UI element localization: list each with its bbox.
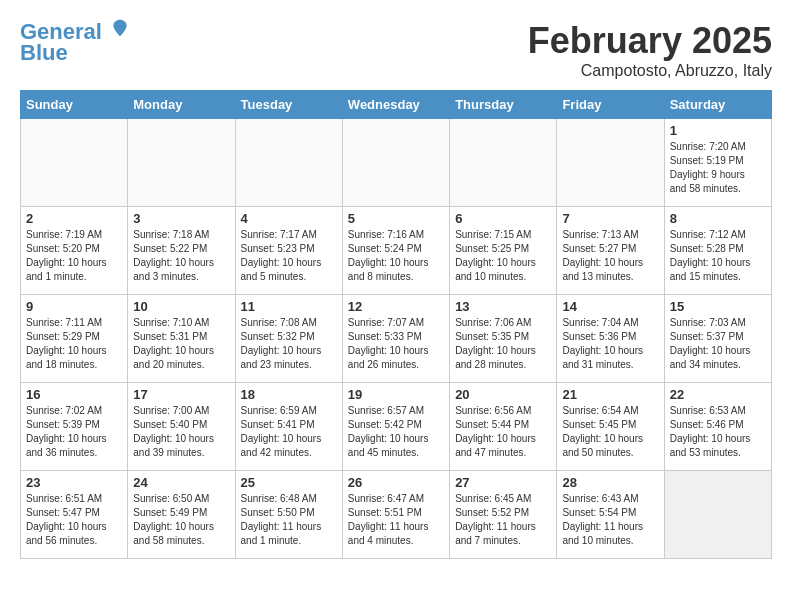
- day-info: Sunrise: 7:15 AM Sunset: 5:25 PM Dayligh…: [455, 228, 551, 284]
- calendar-cell: [235, 119, 342, 207]
- day-info: Sunrise: 6:53 AM Sunset: 5:46 PM Dayligh…: [670, 404, 766, 460]
- day-number: 14: [562, 299, 658, 314]
- calendar-cell: 10Sunrise: 7:10 AM Sunset: 5:31 PM Dayli…: [128, 295, 235, 383]
- column-header-tuesday: Tuesday: [235, 91, 342, 119]
- day-number: 4: [241, 211, 337, 226]
- calendar-cell: 2Sunrise: 7:19 AM Sunset: 5:20 PM Daylig…: [21, 207, 128, 295]
- week-row-4: 23Sunrise: 6:51 AM Sunset: 5:47 PM Dayli…: [21, 471, 772, 559]
- calendar-cell: 16Sunrise: 7:02 AM Sunset: 5:39 PM Dayli…: [21, 383, 128, 471]
- calendar-table: SundayMondayTuesdayWednesdayThursdayFrid…: [20, 90, 772, 559]
- day-number: 19: [348, 387, 444, 402]
- column-header-monday: Monday: [128, 91, 235, 119]
- day-info: Sunrise: 7:04 AM Sunset: 5:36 PM Dayligh…: [562, 316, 658, 372]
- day-number: 24: [133, 475, 229, 490]
- column-header-friday: Friday: [557, 91, 664, 119]
- day-number: 18: [241, 387, 337, 402]
- day-info: Sunrise: 6:47 AM Sunset: 5:51 PM Dayligh…: [348, 492, 444, 548]
- calendar-cell: 14Sunrise: 7:04 AM Sunset: 5:36 PM Dayli…: [557, 295, 664, 383]
- week-row-3: 16Sunrise: 7:02 AM Sunset: 5:39 PM Dayli…: [21, 383, 772, 471]
- calendar-cell: 26Sunrise: 6:47 AM Sunset: 5:51 PM Dayli…: [342, 471, 449, 559]
- day-number: 6: [455, 211, 551, 226]
- day-info: Sunrise: 7:13 AM Sunset: 5:27 PM Dayligh…: [562, 228, 658, 284]
- calendar-cell: 8Sunrise: 7:12 AM Sunset: 5:28 PM Daylig…: [664, 207, 771, 295]
- page-header: General Blue February 2025 Campotosto, A…: [20, 20, 772, 80]
- day-number: 25: [241, 475, 337, 490]
- day-info: Sunrise: 7:07 AM Sunset: 5:33 PM Dayligh…: [348, 316, 444, 372]
- day-number: 5: [348, 211, 444, 226]
- day-number: 28: [562, 475, 658, 490]
- calendar-cell: 21Sunrise: 6:54 AM Sunset: 5:45 PM Dayli…: [557, 383, 664, 471]
- calendar-cell: 11Sunrise: 7:08 AM Sunset: 5:32 PM Dayli…: [235, 295, 342, 383]
- calendar-cell: [557, 119, 664, 207]
- day-number: 26: [348, 475, 444, 490]
- day-info: Sunrise: 6:54 AM Sunset: 5:45 PM Dayligh…: [562, 404, 658, 460]
- calendar-cell: 1Sunrise: 7:20 AM Sunset: 5:19 PM Daylig…: [664, 119, 771, 207]
- calendar-cell: 15Sunrise: 7:03 AM Sunset: 5:37 PM Dayli…: [664, 295, 771, 383]
- day-info: Sunrise: 7:00 AM Sunset: 5:40 PM Dayligh…: [133, 404, 229, 460]
- week-row-1: 2Sunrise: 7:19 AM Sunset: 5:20 PM Daylig…: [21, 207, 772, 295]
- day-number: 7: [562, 211, 658, 226]
- column-header-saturday: Saturday: [664, 91, 771, 119]
- day-number: 16: [26, 387, 122, 402]
- day-number: 12: [348, 299, 444, 314]
- day-info: Sunrise: 7:08 AM Sunset: 5:32 PM Dayligh…: [241, 316, 337, 372]
- day-info: Sunrise: 7:16 AM Sunset: 5:24 PM Dayligh…: [348, 228, 444, 284]
- calendar-cell: 23Sunrise: 6:51 AM Sunset: 5:47 PM Dayli…: [21, 471, 128, 559]
- calendar-cell: 22Sunrise: 6:53 AM Sunset: 5:46 PM Dayli…: [664, 383, 771, 471]
- day-info: Sunrise: 6:59 AM Sunset: 5:41 PM Dayligh…: [241, 404, 337, 460]
- day-number: 27: [455, 475, 551, 490]
- day-info: Sunrise: 7:19 AM Sunset: 5:20 PM Dayligh…: [26, 228, 122, 284]
- month-title: February 2025: [528, 20, 772, 62]
- day-number: 11: [241, 299, 337, 314]
- column-header-sunday: Sunday: [21, 91, 128, 119]
- calendar-cell: 27Sunrise: 6:45 AM Sunset: 5:52 PM Dayli…: [450, 471, 557, 559]
- calendar-cell: 12Sunrise: 7:07 AM Sunset: 5:33 PM Dayli…: [342, 295, 449, 383]
- calendar-cell: 19Sunrise: 6:57 AM Sunset: 5:42 PM Dayli…: [342, 383, 449, 471]
- day-info: Sunrise: 7:10 AM Sunset: 5:31 PM Dayligh…: [133, 316, 229, 372]
- day-number: 21: [562, 387, 658, 402]
- calendar-cell: 24Sunrise: 6:50 AM Sunset: 5:49 PM Dayli…: [128, 471, 235, 559]
- calendar-cell: [450, 119, 557, 207]
- calendar-cell: 28Sunrise: 6:43 AM Sunset: 5:54 PM Dayli…: [557, 471, 664, 559]
- day-number: 3: [133, 211, 229, 226]
- location: Campotosto, Abruzzo, Italy: [528, 62, 772, 80]
- calendar-cell: 13Sunrise: 7:06 AM Sunset: 5:35 PM Dayli…: [450, 295, 557, 383]
- calendar-cell: 17Sunrise: 7:00 AM Sunset: 5:40 PM Dayli…: [128, 383, 235, 471]
- week-row-2: 9Sunrise: 7:11 AM Sunset: 5:29 PM Daylig…: [21, 295, 772, 383]
- day-info: Sunrise: 7:06 AM Sunset: 5:35 PM Dayligh…: [455, 316, 551, 372]
- day-number: 1: [670, 123, 766, 138]
- day-number: 22: [670, 387, 766, 402]
- column-header-wednesday: Wednesday: [342, 91, 449, 119]
- header-row: SundayMondayTuesdayWednesdayThursdayFrid…: [21, 91, 772, 119]
- day-number: 17: [133, 387, 229, 402]
- calendar-cell: 4Sunrise: 7:17 AM Sunset: 5:23 PM Daylig…: [235, 207, 342, 295]
- calendar-cell: [128, 119, 235, 207]
- calendar-cell: [342, 119, 449, 207]
- week-row-0: 1Sunrise: 7:20 AM Sunset: 5:19 PM Daylig…: [21, 119, 772, 207]
- calendar-cell: 5Sunrise: 7:16 AM Sunset: 5:24 PM Daylig…: [342, 207, 449, 295]
- day-info: Sunrise: 6:48 AM Sunset: 5:50 PM Dayligh…: [241, 492, 337, 548]
- day-number: 10: [133, 299, 229, 314]
- day-number: 20: [455, 387, 551, 402]
- day-number: 13: [455, 299, 551, 314]
- day-info: Sunrise: 7:12 AM Sunset: 5:28 PM Dayligh…: [670, 228, 766, 284]
- day-number: 2: [26, 211, 122, 226]
- day-info: Sunrise: 6:57 AM Sunset: 5:42 PM Dayligh…: [348, 404, 444, 460]
- day-info: Sunrise: 7:02 AM Sunset: 5:39 PM Dayligh…: [26, 404, 122, 460]
- calendar-cell: [21, 119, 128, 207]
- day-info: Sunrise: 6:50 AM Sunset: 5:49 PM Dayligh…: [133, 492, 229, 548]
- calendar-cell: 9Sunrise: 7:11 AM Sunset: 5:29 PM Daylig…: [21, 295, 128, 383]
- day-number: 9: [26, 299, 122, 314]
- day-info: Sunrise: 7:20 AM Sunset: 5:19 PM Dayligh…: [670, 140, 766, 196]
- day-info: Sunrise: 6:56 AM Sunset: 5:44 PM Dayligh…: [455, 404, 551, 460]
- title-block: February 2025 Campotosto, Abruzzo, Italy: [528, 20, 772, 80]
- calendar-cell: 6Sunrise: 7:15 AM Sunset: 5:25 PM Daylig…: [450, 207, 557, 295]
- day-info: Sunrise: 7:03 AM Sunset: 5:37 PM Dayligh…: [670, 316, 766, 372]
- calendar-cell: 20Sunrise: 6:56 AM Sunset: 5:44 PM Dayli…: [450, 383, 557, 471]
- day-info: Sunrise: 7:18 AM Sunset: 5:22 PM Dayligh…: [133, 228, 229, 284]
- day-info: Sunrise: 6:43 AM Sunset: 5:54 PM Dayligh…: [562, 492, 658, 548]
- day-number: 8: [670, 211, 766, 226]
- column-header-thursday: Thursday: [450, 91, 557, 119]
- calendar-cell: [664, 471, 771, 559]
- calendar-cell: 3Sunrise: 7:18 AM Sunset: 5:22 PM Daylig…: [128, 207, 235, 295]
